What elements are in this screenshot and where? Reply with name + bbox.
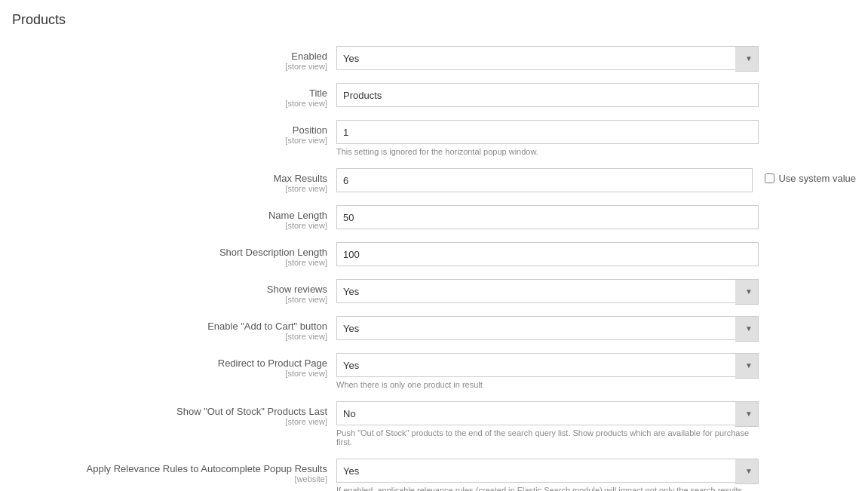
label-show_out_of_stock_last: Show "Out of Stock" Products Last: [12, 406, 327, 417]
label-position: Position: [12, 124, 327, 136]
input-col-position: This setting is ignored for the horizont…: [336, 120, 759, 156]
label-redirect_to_product_page: Redirect to Product Page: [12, 358, 327, 369]
system-value-checkbox-max_results[interactable]: [765, 173, 774, 183]
input-col-title: [336, 83, 759, 107]
scope-apply_relevance_rules: [website]: [12, 474, 327, 483]
label-col-name_length: Name Length[store view]: [12, 205, 336, 230]
input-col-show_out_of_stock_last: YesNo▼Push "Out of Stock" products to th…: [336, 401, 759, 447]
label-col-show_out_of_stock_last: Show "Out of Stock" Products Last[store …: [12, 401, 336, 426]
select-enable_add_to_cart[interactable]: YesNo: [336, 316, 759, 340]
hint-position: This setting is ignored for the horizont…: [336, 147, 759, 156]
scope-position: [store view]: [12, 136, 327, 145]
scope-enabled: [store view]: [12, 62, 327, 71]
label-name_length: Name Length: [12, 210, 327, 221]
select-wrapper-show_out_of_stock_last: YesNo▼: [336, 401, 759, 425]
label-col-enabled: Enabled[store view]: [12, 46, 336, 71]
input-col-redirect_to_product_page: YesNo▼When there is only one product in …: [336, 353, 759, 389]
scope-title: [store view]: [12, 99, 327, 108]
input-col-apply_relevance_rules: YesNo▼If enabled, applicable relevance r…: [336, 459, 759, 491]
select-redirect_to_product_page[interactable]: YesNo: [336, 353, 759, 377]
select-enabled[interactable]: YesNo: [336, 46, 759, 70]
input-position[interactable]: [336, 120, 759, 144]
form-row-show_out_of_stock_last: Show "Out of Stock" Products Last[store …: [12, 401, 856, 447]
system-value-col-max_results: Use system value: [753, 168, 856, 184]
label-title: Title: [12, 87, 327, 99]
form-section: Enabled[store view]YesNo▼Title[store vie…: [12, 46, 856, 491]
scope-max_results: [store view]: [12, 184, 327, 193]
form-row-show_reviews: Show reviews[store view]YesNo▼: [12, 279, 856, 304]
input-col-name_length: [336, 205, 759, 229]
form-row-redirect_to_product_page: Redirect to Product Page[store view]YesN…: [12, 353, 856, 389]
label-col-redirect_to_product_page: Redirect to Product Page[store view]: [12, 353, 336, 378]
scope-show_out_of_stock_last: [store view]: [12, 417, 327, 426]
input-col-show_reviews: YesNo▼: [336, 279, 759, 303]
select-show_reviews[interactable]: YesNo: [336, 279, 759, 303]
label-short_description_length: Short Description Length: [12, 247, 327, 258]
scope-show_reviews: [store view]: [12, 295, 327, 304]
form-row-max_results: Max Results[store view]Use system value: [12, 168, 856, 193]
system-value-label-max_results[interactable]: Use system value: [778, 173, 856, 184]
label-col-short_description_length: Short Description Length[store view]: [12, 242, 336, 267]
select-apply_relevance_rules[interactable]: YesNo: [336, 459, 759, 483]
label-enabled: Enabled: [12, 51, 327, 62]
form-row-short_description_length: Short Description Length[store view]: [12, 242, 856, 267]
form-row-title: Title[store view]: [12, 83, 856, 108]
label-col-max_results: Max Results[store view]: [12, 168, 336, 193]
scope-enable_add_to_cart: [store view]: [12, 332, 327, 341]
label-apply_relevance_rules: Apply Relevance Rules to Autocomplete Po…: [12, 463, 327, 474]
label-col-show_reviews: Show reviews[store view]: [12, 279, 336, 304]
input-title[interactable]: [336, 83, 759, 107]
label-col-position: Position[store view]: [12, 120, 336, 145]
form-row-enable_add_to_cart: Enable "Add to Cart" button[store view]Y…: [12, 316, 856, 341]
hint-apply_relevance_rules: If enabled, applicable relevance rules (…: [336, 486, 759, 491]
label-col-title: Title[store view]: [12, 83, 336, 108]
input-col-enable_add_to_cart: YesNo▼: [336, 316, 759, 340]
input-max_results[interactable]: [336, 168, 753, 192]
select-wrapper-apply_relevance_rules: YesNo▼: [336, 459, 759, 483]
label-max_results: Max Results: [12, 173, 327, 184]
input-col-max_results: [336, 168, 753, 192]
select-show_out_of_stock_last[interactable]: YesNo: [336, 401, 759, 425]
scope-name_length: [store view]: [12, 221, 327, 230]
scope-short_description_length: [store view]: [12, 258, 327, 267]
input-col-short_description_length: [336, 242, 759, 266]
input-short_description_length[interactable]: [336, 242, 759, 266]
scope-redirect_to_product_page: [store view]: [12, 369, 327, 378]
form-row-enabled: Enabled[store view]YesNo▼: [12, 46, 856, 71]
form-row-name_length: Name Length[store view]: [12, 205, 856, 230]
hint-redirect_to_product_page: When there is only one product in result: [336, 380, 759, 389]
select-wrapper-enabled: YesNo▼: [336, 46, 759, 70]
select-wrapper-redirect_to_product_page: YesNo▼: [336, 353, 759, 377]
label-col-apply_relevance_rules: Apply Relevance Rules to Autocomplete Po…: [12, 459, 336, 483]
hint-show_out_of_stock_last: Push "Out of Stock" products to the end …: [336, 428, 759, 447]
page-title: Products: [12, 12, 856, 28]
label-show_reviews: Show reviews: [12, 284, 327, 295]
input-name_length[interactable]: [336, 205, 759, 229]
select-wrapper-enable_add_to_cart: YesNo▼: [336, 316, 759, 340]
label-enable_add_to_cart: Enable "Add to Cart" button: [12, 321, 327, 332]
select-wrapper-show_reviews: YesNo▼: [336, 279, 759, 303]
form-row-apply_relevance_rules: Apply Relevance Rules to Autocomplete Po…: [12, 459, 856, 491]
form-row-position: Position[store view]This setting is igno…: [12, 120, 856, 156]
label-col-enable_add_to_cart: Enable "Add to Cart" button[store view]: [12, 316, 336, 341]
input-col-enabled: YesNo▼: [336, 46, 759, 70]
